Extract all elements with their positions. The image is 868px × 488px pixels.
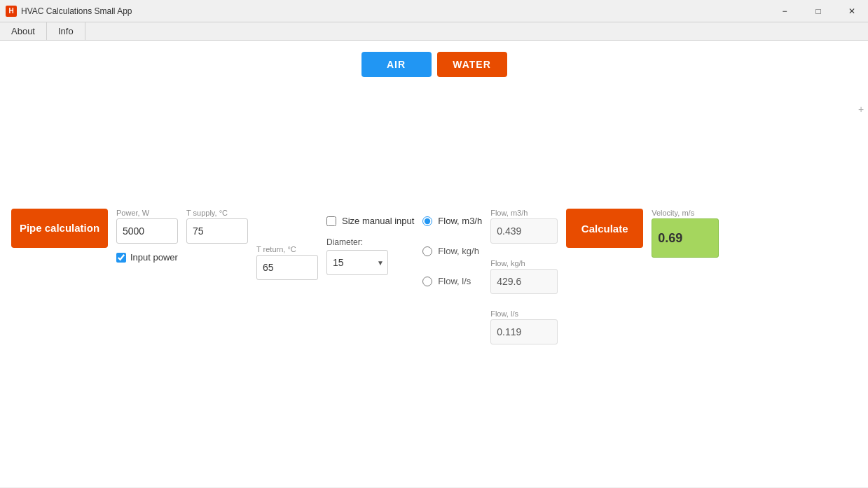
t-supply-input[interactable] bbox=[186, 218, 248, 244]
t-return-group: T return, °C bbox=[256, 209, 318, 280]
t-supply-field-wrapper: T supply, °C bbox=[186, 209, 248, 244]
maximize-button[interactable]: □ bbox=[802, 0, 834, 22]
t-return-input[interactable] bbox=[256, 255, 318, 280]
input-power-row: Input power bbox=[116, 252, 178, 263]
t-return-label: T return, °C bbox=[256, 245, 318, 253]
flow-m3h-output-label: Flow, m3/h bbox=[490, 209, 558, 217]
output-group: Flow, m3/h Flow, kg/h Flow, l/s bbox=[490, 209, 558, 344]
t-supply-label: T supply, °C bbox=[186, 209, 248, 217]
flow-ls-label: Flow, l/s bbox=[438, 276, 471, 286]
flow-kgh-label: Flow, kg/h bbox=[438, 246, 479, 256]
size-manual-checkbox[interactable] bbox=[326, 216, 336, 226]
main-content: AIR WATER Pipe calculation Power, W Inpu… bbox=[0, 41, 868, 487]
menu-item-about[interactable]: About bbox=[0, 22, 47, 40]
t-return-field-wrapper: T return, °C bbox=[256, 245, 318, 280]
window-controls: − □ ✕ bbox=[769, 0, 868, 22]
flow-m3h-radio[interactable] bbox=[422, 216, 432, 226]
flow-radio-group: Flow, m3/h Flow, kg/h Flow, l/s bbox=[422, 209, 482, 286]
close-button[interactable]: ✕ bbox=[836, 0, 868, 22]
calculate-button[interactable]: Calculate bbox=[566, 209, 643, 248]
size-manual-label: Size manual input bbox=[342, 216, 414, 226]
flow-kgh-output bbox=[490, 269, 558, 294]
right-hint-icon[interactable]: + bbox=[854, 102, 868, 116]
air-button[interactable]: AIR bbox=[361, 52, 432, 77]
flow-ls-output bbox=[490, 319, 558, 344]
pipe-section: Pipe calculation Power, W Input power T … bbox=[11, 209, 719, 344]
flow-ls-radio-row: Flow, l/s bbox=[422, 276, 482, 286]
flow-ls-radio[interactable] bbox=[422, 277, 432, 286]
power-group: Power, W Input power bbox=[116, 209, 178, 263]
flow-m3h-output-wrapper: Flow, m3/h bbox=[490, 209, 558, 244]
flow-kgh-radio[interactable] bbox=[422, 246, 432, 256]
water-button[interactable]: WATER bbox=[437, 52, 507, 77]
flow-kgh-radio-row: Flow, kg/h bbox=[422, 246, 482, 256]
flow-kgh-output-wrapper: Flow, kg/h bbox=[490, 259, 558, 294]
velocity-output bbox=[652, 218, 719, 258]
flow-kgh-output-label: Flow, kg/h bbox=[490, 259, 558, 267]
velocity-wrapper: Velocity, m/s bbox=[652, 209, 719, 258]
minimize-button[interactable]: − bbox=[769, 0, 801, 22]
input-power-checkbox[interactable] bbox=[116, 253, 126, 263]
t-supply-group: T supply, °C bbox=[186, 209, 248, 244]
velocity-label: Velocity, m/s bbox=[652, 209, 719, 217]
title-bar: H HVAC Calculations Small App − □ ✕ bbox=[0, 0, 868, 22]
pipe-calculation-button[interactable]: Pipe calculation bbox=[11, 209, 108, 248]
diameter-select-group: Diameter: 10 15 20 25 32 40 50 ▼ bbox=[326, 237, 414, 275]
flow-m3h-label: Flow, m3/h bbox=[438, 216, 482, 226]
size-manual-row: Size manual input bbox=[326, 209, 414, 226]
power-label: Power, W bbox=[116, 209, 178, 217]
diameter-select[interactable]: 10 15 20 25 32 40 50 bbox=[326, 250, 388, 275]
flow-ls-output-wrapper: Flow, l/s bbox=[490, 309, 558, 344]
power-input[interactable] bbox=[116, 218, 178, 244]
flow-ls-output-label: Flow, l/s bbox=[490, 309, 558, 318]
diameter-label: Diameter: bbox=[326, 237, 414, 247]
flow-m3h-output bbox=[490, 218, 558, 244]
input-power-label: Input power bbox=[130, 252, 178, 263]
app-title: HVAC Calculations Small App bbox=[21, 6, 862, 16]
mode-buttons: AIR WATER bbox=[0, 41, 868, 77]
diameter-group: Size manual input Diameter: 10 15 20 25 … bbox=[326, 209, 414, 275]
menu-item-info[interactable]: Info bbox=[47, 22, 85, 40]
app-icon: H bbox=[6, 6, 17, 17]
menu-bar: About Info bbox=[0, 22, 868, 41]
power-field-wrapper: Power, W bbox=[116, 209, 178, 244]
flow-m3h-radio-row: Flow, m3/h bbox=[422, 216, 482, 226]
diameter-select-wrapper: 10 15 20 25 32 40 50 ▼ bbox=[326, 250, 388, 275]
